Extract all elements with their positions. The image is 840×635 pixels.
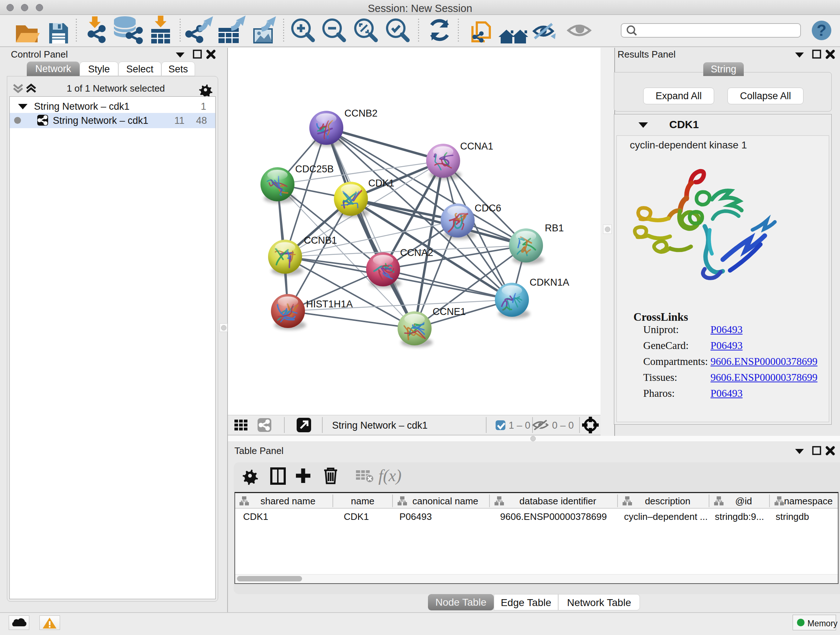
svg-text:CCNA2: CCNA2 [400,247,433,258]
svg-text:CCNB2: CCNB2 [344,108,378,119]
svg-text:CCNE1: CCNE1 [433,306,466,317]
svg-text:CDK1: CDK1 [243,511,268,522]
svg-text:shared name: shared name [261,496,316,507]
svg-text:CDK1: CDK1 [368,178,394,188]
svg-text:String Network – cdk1: String Network – cdk1 [332,420,428,431]
svg-text:stringdb: stringdb [775,511,809,522]
svg-text:f(x): f(x) [378,466,401,485]
svg-text:CDKN1A: CDKN1A [530,277,569,288]
svg-text:HIST1H1A: HIST1H1A [306,299,353,310]
svg-text:database identifier: database identifier [519,496,597,507]
svg-text:canonical name: canonical name [412,496,478,507]
svg-text:cyclin–dependent ...: cyclin–dependent ... [624,511,707,522]
svg-text:RB1: RB1 [545,223,564,233]
svg-text:9606.ENSP00000378699: 9606.ENSP00000378699 [500,511,607,522]
svg-text:1 – 0: 1 – 0 [508,420,531,431]
svg-text:CCNB1: CCNB1 [304,235,337,246]
svg-text:P06493: P06493 [399,511,432,522]
svg-text:stringdb:9...: stringdb:9... [715,511,764,522]
svg-text:0 – 0: 0 – 0 [552,420,574,431]
svg-text:CDC6: CDC6 [475,203,501,214]
svg-text:@id: @id [735,496,752,507]
svg-text:CDK1: CDK1 [344,511,369,522]
svg-text:description: description [645,496,691,507]
svg-text:namespace: namespace [784,496,832,507]
svg-text:CDC25B: CDC25B [295,164,334,174]
svg-text:name: name [351,496,374,507]
svg-text:CCNA1: CCNA1 [460,141,493,152]
